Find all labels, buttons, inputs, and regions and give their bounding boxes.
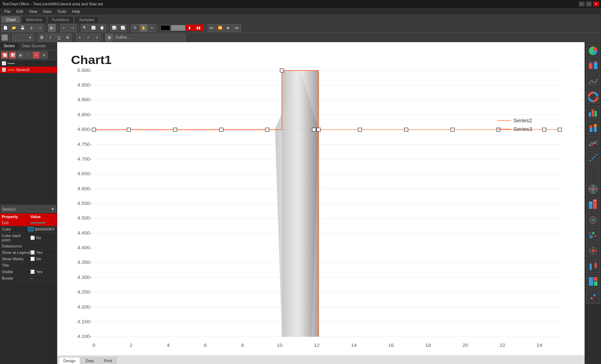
prop-check-showmarks[interactable] <box>30 257 35 261</box>
underline-button[interactable]: U <box>55 34 63 41</box>
align-right[interactable]: ≡ <box>93 34 101 41</box>
open-button[interactable]: 📂 <box>10 24 18 32</box>
maximize-button[interactable]: □ <box>586 1 592 6</box>
media-prev[interactable]: ⏪ <box>216 24 224 32</box>
red-btn1[interactable]: ▮ <box>186 25 193 31</box>
series-item-0[interactable] <box>0 60 57 67</box>
italic-button[interactable]: I <box>47 34 54 41</box>
menu-tools[interactable]: Tools <box>54 9 69 14</box>
settings-button[interactable]: ⚙ <box>131 24 139 32</box>
align-left[interactable]: ≡ <box>76 34 84 41</box>
charttype-polar[interactable] <box>586 182 600 196</box>
dropdown1[interactable]: ▼ <box>12 34 34 41</box>
prop-edit-box[interactable] <box>30 222 45 223</box>
save-button[interactable]: 💾 <box>19 24 26 32</box>
media-play[interactable]: ▶ <box>225 24 233 32</box>
menu-help[interactable]: Help <box>69 9 83 14</box>
charttype-line-multi[interactable] <box>586 136 600 150</box>
chart-area[interactable]: Chart1 5.000- 4.950- 4.900- 4.850- 4.800… <box>57 42 585 355</box>
edit2-button[interactable]: ✏ <box>148 24 156 32</box>
charttype-crosshair[interactable] <box>586 244 600 258</box>
copy-button[interactable]: ⬜ <box>89 24 97 32</box>
prop-row-showmarks[interactable]: Show Marks No <box>0 256 57 262</box>
menu-edit[interactable]: Edit <box>14 9 26 14</box>
panel-tab-datasources[interactable]: Data Sources <box>18 42 49 50</box>
align-center[interactable]: ≡ <box>84 34 92 41</box>
prop-row-color[interactable]: Color $006699FF <box>0 226 57 233</box>
menu-file[interactable]: File <box>1 9 14 14</box>
prop-row-edit[interactable]: Edit <box>0 220 57 226</box>
charttype-scatter[interactable] <box>586 151 600 166</box>
color-btn2[interactable]: ▦ <box>105 34 113 41</box>
charttype-treemap[interactable] <box>586 274 600 289</box>
series-item-1[interactable]: ✓ Series3 <box>0 67 57 73</box>
prop-check-coloreachpoint[interactable] <box>30 236 35 240</box>
prop-row-datasource[interactable]: Datasource <box>0 243 57 250</box>
series-toolbar: 📈 📊 ▦ ↑ ✕ ⧉ <box>0 50 57 60</box>
tab-samples[interactable]: Samples <box>74 16 99 23</box>
series-add-bar[interactable]: ▦ <box>17 51 24 59</box>
charttype-bubble[interactable] <box>586 228 600 242</box>
prop-check-showatlegend[interactable]: ✓ <box>30 250 35 255</box>
charttype-bar-grouped[interactable] <box>586 105 600 119</box>
charttype-network[interactable] <box>586 213 600 227</box>
prop-row-title[interactable]: Title <box>0 262 57 269</box>
series-clone[interactable]: ⧉ <box>40 51 48 59</box>
prop-val-color: $006699FF <box>28 227 55 231</box>
outline-input[interactable]: Outline... <box>114 34 185 41</box>
series-move-up[interactable]: ↑ <box>25 51 32 59</box>
undo2-button[interactable]: ↩ <box>60 24 68 32</box>
print-button[interactable]: 🖨 <box>27 24 35 32</box>
series-delete[interactable]: ✕ <box>33 51 40 59</box>
media-start[interactable]: ⏮ <box>207 24 215 32</box>
undo-button[interactable]: ◁ <box>36 24 44 32</box>
zoom-button[interactable]: 🔍 <box>81 24 89 32</box>
prop-row-showatlegend[interactable]: Show at Legend ✓ Yes <box>0 250 57 256</box>
small-btn[interactable] <box>1 34 8 41</box>
bold-button[interactable]: B <box>38 34 46 41</box>
chart-btn1[interactable]: 📊 <box>110 24 118 32</box>
menu-data[interactable]: Data <box>40 9 54 14</box>
paste-button[interactable]: 📋 <box>98 24 106 32</box>
strikethrough-button[interactable]: S <box>64 34 72 41</box>
charttype-candlestick[interactable] <box>586 259 600 273</box>
svg-text:14: 14 <box>351 343 357 348</box>
redo-button[interactable]: ↪ <box>69 24 77 32</box>
series-add-line[interactable]: 📈 <box>1 51 8 59</box>
chart-tab-design[interactable]: Design <box>59 357 80 364</box>
series-add-area[interactable]: 📊 <box>9 51 16 59</box>
chart-tab-print[interactable]: Print <box>99 357 117 364</box>
color-fill[interactable] <box>171 25 185 31</box>
charttype-vertical-lines[interactable] <box>586 167 600 181</box>
series-checkbox-0[interactable] <box>2 61 6 65</box>
menu-view[interactable]: View <box>26 9 40 14</box>
charttype-3d-bar[interactable] <box>586 197 600 212</box>
series-dropdown[interactable]: Series3 ▼ <box>1 206 56 212</box>
prop-row-coloreachpoint[interactable]: Color each point No <box>0 233 57 243</box>
new-button[interactable]: 📄 <box>1 24 9 32</box>
media-end[interactable]: ⏭ <box>233 24 241 32</box>
tab-chart[interactable]: Chart <box>1 16 20 23</box>
prop-color-swatch[interactable] <box>28 227 34 231</box>
tab-functions[interactable]: Functions <box>48 16 74 23</box>
chart-tab-data[interactable]: Data <box>81 357 98 364</box>
color-picker[interactable] <box>160 25 170 31</box>
hand-button[interactable]: ✋ <box>140 24 147 32</box>
series-checkbox-1[interactable]: ✓ <box>2 68 6 72</box>
prop-row-visible[interactable]: Visible ✓ Yes <box>0 269 57 275</box>
charttype-icons[interactable] <box>586 59 600 73</box>
close-button[interactable]: ✕ <box>593 1 599 6</box>
charttype-heatmap[interactable] <box>586 290 600 304</box>
charttype-donut[interactable] <box>586 90 600 104</box>
tab-welcome[interactable]: Welcome <box>21 16 47 23</box>
cursor-button[interactable]: ▶ <box>48 24 56 32</box>
panel-tab-series[interactable]: Series <box>0 42 18 50</box>
prop-row-border[interactable]: Border – <box>0 275 57 282</box>
chart-btn2[interactable]: 📈 <box>119 24 127 32</box>
minimize-button[interactable]: ─ <box>579 1 585 6</box>
red-btn2[interactable]: ▮▮ <box>194 25 203 31</box>
charttype-line-smooth[interactable] <box>586 74 600 89</box>
charttype-pie[interactable] <box>586 44 600 58</box>
prop-check-visible[interactable]: ✓ <box>30 270 35 274</box>
charttype-bar-stacked[interactable] <box>586 120 600 135</box>
